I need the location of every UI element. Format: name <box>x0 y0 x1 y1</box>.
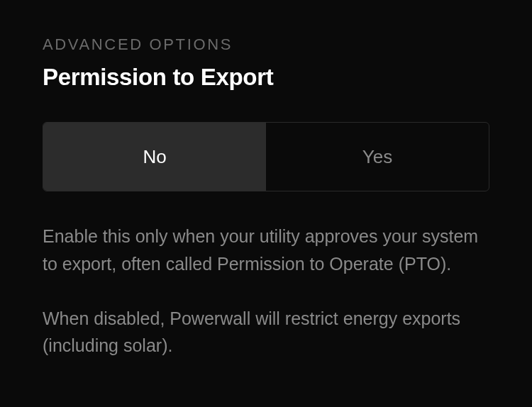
section-title: Permission to Export <box>43 64 489 91</box>
description-paragraph-2: When disabled, Powerwall will restrict e… <box>43 305 489 360</box>
export-permission-toggle: No Yes <box>43 122 489 191</box>
advanced-options-section: ADVANCED OPTIONS Permission to Export No… <box>43 35 489 359</box>
description-paragraph-1: Enable this only when your utility appro… <box>43 223 489 278</box>
toggle-option-no[interactable]: No <box>43 123 266 191</box>
section-label: ADVANCED OPTIONS <box>43 35 489 54</box>
toggle-option-yes[interactable]: Yes <box>266 123 489 191</box>
setting-description: Enable this only when your utility appro… <box>43 223 489 359</box>
